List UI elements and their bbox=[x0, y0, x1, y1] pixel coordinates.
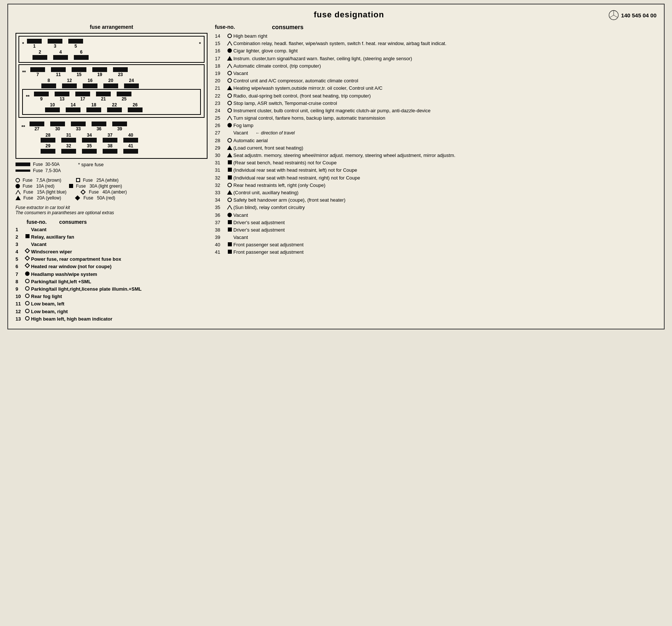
fuse-unit-10: 10 bbox=[45, 102, 60, 112]
list-item: 41 Front passenger seat adjustment bbox=[215, 249, 656, 256]
list-item: 24 Instrument cluster, bulb control unit… bbox=[215, 107, 656, 114]
fuse-rect-2 bbox=[32, 55, 47, 60]
right-header-consumers: consumers bbox=[272, 24, 303, 31]
fuse-number: 7 bbox=[16, 271, 24, 278]
square-filled-sym bbox=[228, 160, 232, 164]
tri-open-sym bbox=[227, 41, 232, 45]
circle-open-sym bbox=[25, 316, 30, 321]
fuse-symbol bbox=[24, 316, 31, 321]
right-fuse-list-items: 14 High beam right 15 Combination relay,… bbox=[215, 33, 656, 256]
fuse-number: 40 bbox=[215, 242, 226, 248]
fuse-unit-2: 2 bbox=[32, 49, 47, 59]
list-item: 7 Headlamp wash/wipe system bbox=[16, 271, 208, 278]
fuse-symbol bbox=[226, 138, 233, 143]
legend-10a: Fuse 10A (red) bbox=[16, 184, 54, 189]
legend-7.5a: Fuse 7,5A (brown) bbox=[16, 178, 61, 183]
fuse-row-28-40: 28 31 34 37 bbox=[21, 133, 202, 143]
fuse-symbol bbox=[226, 78, 233, 83]
list-item: 14 High beam right bbox=[215, 33, 656, 40]
circle-open-sym bbox=[227, 93, 232, 98]
fuse-unit-3: 3 bbox=[48, 39, 62, 49]
circle-filled-sym bbox=[227, 48, 232, 53]
list-item: 30 Seat adjustm. memory, steering wheel/… bbox=[215, 152, 656, 159]
tri-filled-sym bbox=[227, 190, 232, 195]
fuse-unit-9: 9 bbox=[34, 92, 49, 102]
fuse-unit-17: 17 bbox=[75, 92, 90, 102]
square-open-icon bbox=[76, 178, 80, 182]
fuse-description: (Rear seat bench, head restraints) not f… bbox=[233, 160, 337, 166]
fuse-rect-3 bbox=[48, 39, 62, 44]
right-header-fuse-no: fuse-no. bbox=[215, 24, 235, 31]
list-item: 19 Vacant bbox=[215, 70, 656, 77]
diagram-top-section: * 1 3 5 * bbox=[18, 36, 205, 63]
fuse-symbol bbox=[226, 41, 233, 45]
fuse-number: 27 bbox=[215, 130, 226, 136]
legend-20a-label: Fuse 20A (yellow) bbox=[22, 195, 61, 201]
diamond-open-icon bbox=[80, 189, 86, 194]
fuse-description: Vacant bbox=[233, 70, 248, 77]
fuse-row-1-3-5: * 1 3 5 * bbox=[22, 39, 201, 49]
list-item: 2 Relay, auxillary fan bbox=[16, 234, 208, 240]
fuse-unit-34: 34 bbox=[82, 133, 97, 143]
fuse-number: 39 bbox=[215, 234, 226, 241]
fuse-number: 10 bbox=[16, 293, 24, 300]
spare-label: * spare fuse bbox=[78, 162, 103, 167]
fuse-symbol bbox=[226, 198, 233, 202]
left-fuse-list: fuse-no. consumers 1 Vacant 2 Relay, aux… bbox=[16, 219, 208, 322]
fuse-description: Vacant bbox=[31, 241, 47, 248]
fuse-description: Headlamp wash/wipe system bbox=[31, 271, 97, 278]
legend-symbols-row1: Fuse 7,5A (brown) Fuse 25A (white) bbox=[16, 178, 208, 183]
circle-filled-sym bbox=[25, 271, 30, 276]
fuse-unit-36: 36 bbox=[92, 122, 106, 131]
fuse-unit-30: 30 bbox=[50, 122, 65, 131]
fuse-unit-35: 35 bbox=[82, 143, 97, 153]
circle-open-sym bbox=[25, 301, 30, 305]
fuse-number: 12 bbox=[16, 308, 24, 315]
list-item: 10 Rear fog light bbox=[16, 293, 208, 300]
legend-symbols-row2: Fuse 10A (red) Fuse 30A (light green) bbox=[16, 184, 208, 189]
fuse-number: 17 bbox=[215, 55, 226, 62]
fuse-description: Power fuse, rear compartment fuse box bbox=[31, 256, 121, 263]
fuse-description: (Control unit, auxillary heating) bbox=[233, 189, 298, 196]
fuse-symbol bbox=[24, 294, 31, 298]
fuse-unit-27: 27 bbox=[30, 122, 44, 131]
legend-symbols-row3: Fuse 15A (light blue) Fuse 40A (amber) bbox=[16, 189, 208, 195]
legend-40a: Fuse 40A (amber) bbox=[81, 189, 127, 195]
list-item: 32 Rear head restraints left, right (onl… bbox=[215, 182, 656, 189]
fuse-row-29-41: 29 32 35 38 bbox=[21, 143, 202, 153]
square-filled-sym bbox=[228, 250, 232, 254]
large-fuse-icon bbox=[16, 163, 30, 166]
legend-30a: Fuse 30A (light green) bbox=[69, 184, 122, 189]
main-content: fuse arrangement * 1 3 bbox=[16, 24, 656, 323]
fuse-row-9-25: * * 9 13 17 bbox=[26, 92, 197, 102]
legend-10a-label: Fuse 10A (red) bbox=[21, 184, 54, 189]
fuse-symbol bbox=[24, 309, 31, 313]
fuse-symbol bbox=[226, 108, 233, 113]
fuse-symbol bbox=[226, 101, 233, 105]
fuse-number: 21 bbox=[215, 85, 226, 92]
fuse-number: 9 bbox=[16, 286, 24, 293]
circle-filled-icon bbox=[16, 184, 20, 188]
fuse-unit-20: 20 bbox=[103, 78, 118, 88]
square-filled-sym bbox=[228, 220, 232, 224]
tri-open-icon bbox=[16, 190, 21, 194]
circle-open-sym bbox=[227, 183, 232, 187]
list-item: 35 (Sun blind), relay comfort circuitry bbox=[215, 204, 656, 211]
fuse-number: 15 bbox=[215, 40, 226, 47]
list-item: 6 Heated rear window (not for coupe) bbox=[16, 263, 208, 270]
fuse-number: 37 bbox=[215, 219, 226, 226]
fuse-number: 34 bbox=[215, 197, 226, 203]
circle-open-icon bbox=[16, 178, 20, 182]
fuse-unit-24: 24 bbox=[124, 78, 139, 88]
tri-filled-sym bbox=[227, 153, 232, 157]
list-item: 11 Low beam, left bbox=[16, 301, 208, 307]
fuse-unit-37: 37 bbox=[103, 133, 117, 143]
fuse-description: Low beam, right bbox=[31, 308, 68, 315]
tri-open-sym bbox=[227, 205, 232, 209]
list-item: 9 Parking/tail light,right,license plate… bbox=[16, 286, 208, 293]
list-item: 20 Control unit and A/C compressor, auto… bbox=[215, 78, 656, 84]
list-item: 28 Automatic aerial bbox=[215, 137, 656, 144]
legend-small-fuse: Fuse 7,5-30A bbox=[16, 168, 208, 173]
fuse-symbol bbox=[226, 56, 233, 61]
part-number: 140 545 04 00 bbox=[621, 12, 656, 18]
